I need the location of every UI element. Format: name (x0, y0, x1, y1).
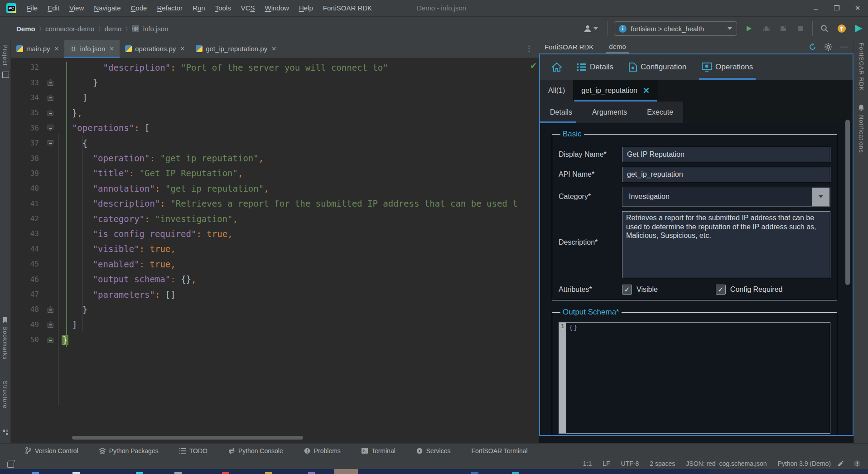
close-icon[interactable]: ✕ (180, 45, 185, 52)
vertical-scrollbar[interactable] (845, 120, 850, 285)
fold-marker[interactable] (48, 337, 53, 343)
tool-window-button-todo[interactable]: TODO (179, 447, 207, 455)
close-icon[interactable]: ✕ (54, 45, 59, 52)
breadcrumb-item[interactable]: Demo (16, 25, 35, 33)
update-available-button[interactable] (836, 23, 847, 34)
menu-vcs[interactable]: VCS (236, 0, 260, 16)
horizontal-scrollbar[interactable] (72, 436, 303, 440)
tool-button-bookmarks[interactable]: Bookmarks (2, 326, 9, 362)
inspection-ok-icon[interactable]: ✔ (530, 61, 537, 71)
debug-button[interactable] (761, 23, 772, 34)
description-field[interactable]: Retrieves a report for the submitted IP … (622, 211, 830, 278)
restore-button[interactable]: ❐ (826, 0, 847, 16)
fold-marker[interactable] (48, 79, 53, 86)
run-button[interactable] (743, 23, 754, 34)
tool-window-button-problems[interactable]: Problems (304, 447, 341, 455)
rdk-nav-operations[interactable]: Operations (702, 54, 753, 80)
code-editor[interactable]: 32 "description": "Port of the server yo… (11, 58, 539, 443)
fold-marker[interactable] (48, 321, 53, 328)
tool-button-structure[interactable]: Structure (2, 381, 9, 411)
minimize-button[interactable]: – (805, 0, 826, 16)
menu-window[interactable]: Window (260, 0, 294, 16)
hide-panel-button[interactable]: — (840, 42, 848, 51)
fold-marker[interactable] (48, 140, 53, 146)
refresh-icon[interactable] (809, 43, 816, 51)
menu-refactor[interactable]: Refactor (152, 0, 188, 16)
notifications-indicator-icon[interactable] (854, 460, 861, 467)
search-everywhere-button[interactable] (819, 23, 830, 34)
editor-tabs-more-button[interactable]: ⋮ (519, 44, 539, 53)
api-name-field[interactable] (622, 167, 830, 182)
editor-tab-operations.py[interactable]: operations.py✕ (120, 40, 190, 58)
fold-marker[interactable] (48, 125, 53, 131)
menu-file[interactable]: File (22, 0, 43, 16)
status-item[interactable]: JSON: red_cog.schema.json (686, 460, 767, 467)
menu-edit[interactable]: Edit (43, 0, 64, 16)
checkbox-visible[interactable]: ✓Visible (622, 285, 658, 295)
gear-icon[interactable] (825, 43, 832, 51)
tool-window-button-terminal[interactable]: Terminal (362, 447, 395, 455)
checkbox-box[interactable]: ✓ (716, 285, 726, 295)
checkbox-box[interactable]: ✓ (622, 285, 632, 295)
gutter-fold-column (39, 321, 62, 328)
code-with-me-button[interactable] (854, 23, 864, 34)
rdk-sub-tab-arguments[interactable]: Arguments (582, 102, 637, 123)
category-select[interactable]: Investigation (622, 187, 830, 207)
menu-run[interactable]: Run (188, 0, 210, 16)
rdk-nav-details[interactable]: Details (577, 54, 613, 80)
editor-tab-main.py[interactable]: main.py✕ (11, 40, 64, 58)
run-toolbar: i fortisiem > check_health (583, 17, 864, 40)
tool-button-fortisoar-rdk[interactable]: FortiSOAR RDK (858, 43, 865, 93)
tool-button-notifications[interactable]: Notifications (858, 115, 865, 155)
output-schema-gutter: 1 (559, 323, 566, 433)
fold-marker[interactable] (48, 306, 53, 313)
stop-button[interactable] (795, 23, 806, 34)
tool-window-button-version-control[interactable]: Version Control (25, 447, 78, 455)
rdk-op-tab-All(1)[interactable]: All(1) (540, 80, 573, 102)
menu-view[interactable]: View (64, 0, 89, 16)
run-with-coverage-button[interactable] (778, 23, 789, 34)
tool-window-layout-icon[interactable] (7, 462, 14, 468)
editor-tab-info.json[interactable]: {}info.json✕ (64, 40, 120, 58)
status-item[interactable]: LF (603, 460, 610, 467)
menu-tools[interactable]: Tools (210, 0, 236, 16)
close-button[interactable]: ✕ (847, 0, 868, 16)
status-item[interactable]: 1:1 (583, 460, 592, 467)
display-name-field[interactable] (622, 147, 830, 162)
menu-navigate[interactable]: Navigate (89, 0, 125, 16)
rdk-sub-tab-details[interactable]: Details (540, 102, 582, 123)
tool-window-button-python-console[interactable]: Python Console (228, 447, 283, 455)
breadcrumb-item[interactable]: demo (105, 25, 122, 33)
breadcrumb-item[interactable]: connector-demo (45, 25, 94, 33)
rdk-view-tab-demo[interactable]: demo (606, 40, 629, 53)
status-item[interactable]: UTF-8 (621, 460, 639, 467)
menu-help[interactable]: Help (294, 0, 318, 16)
writable-pen-icon[interactable] (837, 460, 844, 467)
editor-tab-get_ip_reputation.py[interactable]: get_ip_reputation.py✕ (190, 40, 282, 58)
close-icon[interactable]: ✕ (271, 45, 276, 52)
rdk-op-tab-get_ip_reputation[interactable]: get_ip_reputation✕ (573, 80, 658, 102)
tool-window-button-services[interactable]: Services (416, 447, 451, 455)
fold-marker[interactable] (48, 94, 53, 101)
category-dropdown-button[interactable] (812, 188, 829, 206)
close-icon[interactable]: ✕ (109, 45, 114, 52)
rdk-sub-tab-execute[interactable]: Execute (637, 102, 683, 123)
tool-button-project[interactable]: Project (2, 44, 9, 68)
checkbox-config-required[interactable]: ✓Config Required (716, 285, 783, 295)
code-text: } (62, 305, 539, 314)
output-schema-editor[interactable]: 1 {} (559, 322, 830, 434)
tool-window-button-python-packages[interactable]: Python Packages (99, 447, 159, 455)
tool-window-button-fortisoar-terminal[interactable]: FortiSOAR Terminal (471, 447, 527, 455)
project-pane-icon[interactable] (2, 72, 9, 78)
rdk-nav-home[interactable] (552, 54, 562, 80)
run-configuration-select[interactable]: i fortisiem > check_health (614, 21, 737, 36)
user-account-button[interactable] (583, 24, 598, 33)
close-icon[interactable]: ✕ (643, 86, 650, 96)
status-item[interactable]: Python 3.9 (Demo) (778, 460, 831, 467)
breadcrumb-item[interactable]: info.json (143, 25, 169, 33)
menu-fortisoar-rdk[interactable]: FortiSOAR RDK (318, 0, 377, 16)
rdk-nav-configuration[interactable]: Configuration (629, 54, 686, 80)
status-item[interactable]: 2 spaces (650, 460, 675, 467)
fold-marker[interactable] (48, 110, 53, 116)
menu-code[interactable]: Code (126, 0, 152, 16)
